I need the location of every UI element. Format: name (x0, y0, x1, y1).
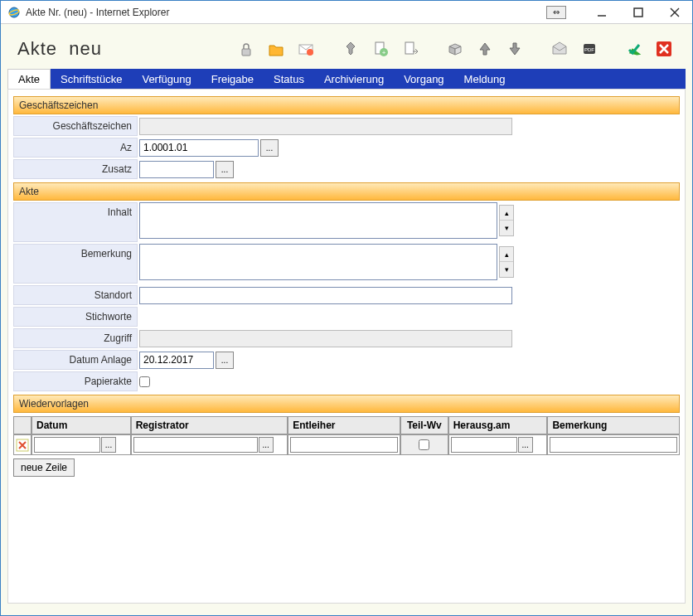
tab-meldung[interactable]: Meldung (454, 69, 516, 89)
ie-icon (7, 6, 21, 19)
row-herausg-field[interactable] (451, 437, 517, 453)
row-registrator-field[interactable] (133, 437, 258, 453)
scroll-down-icon[interactable]: ▾ (500, 221, 513, 235)
tab-archivierung[interactable]: Archivierung (314, 69, 394, 89)
mail-icon[interactable] (294, 37, 317, 61)
label-datum-anlage: Datum Anlage (13, 350, 138, 370)
az-field[interactable] (139, 139, 259, 157)
geschaeftszeichen-field (139, 118, 512, 135)
page-title-a: Akte (17, 38, 57, 59)
label-stichworte: Stichworte (13, 307, 138, 327)
svg-rect-6 (242, 49, 250, 56)
grid-header-datum: Datum (32, 416, 131, 434)
svg-text:+: + (382, 49, 386, 56)
label-zusatz: Zusatz (13, 159, 138, 179)
row-herausg-lookup[interactable]: ... (518, 437, 533, 453)
inhalt-field[interactable] (139, 202, 497, 239)
close-button[interactable] (664, 4, 686, 21)
toolbar-spacer (608, 37, 616, 61)
document-send-icon[interactable] (399, 37, 422, 61)
svg-rect-12 (405, 42, 414, 54)
datum-anlage-lookup-button[interactable]: ... (216, 352, 234, 369)
bemerkung-field[interactable] (139, 244, 497, 280)
table-row: ... ... ... (13, 434, 680, 455)
grid-header-actions (13, 416, 32, 434)
label-standort: Standort (13, 285, 138, 305)
label-az: Az (13, 138, 138, 158)
tab-verfuegung[interactable]: Verfügung (132, 69, 201, 89)
wiedervorlagen-grid: Datum Registrator Entleiher Teil-Wv Hera… (13, 416, 680, 455)
datum-anlage-field[interactable] (139, 352, 214, 369)
svg-text:PDF: PDF (584, 47, 594, 52)
row-datum-field[interactable] (34, 437, 100, 453)
maximize-button[interactable] (628, 4, 649, 21)
label-zugriff: Zugriff (13, 328, 138, 348)
grid-header-bemerkung: Bemerkung (547, 416, 680, 434)
grid-header: Datum Registrator Entleiher Teil-Wv Hera… (13, 416, 680, 434)
section-wiedervorlagen: Wiedervorlagen (13, 395, 680, 413)
toolbar-spacer (324, 37, 332, 61)
content-area: Akte neu + PDF (1, 24, 692, 615)
section-akte: Akte (13, 182, 680, 201)
check-icon[interactable] (623, 37, 646, 61)
window-title: Akte Nr. (neu) - Internet Explorer (26, 7, 546, 18)
grid-header-registrator: Registrator (131, 416, 288, 434)
grid-header-herausg: Herausg.am (448, 416, 548, 434)
scroll-up-icon[interactable]: ▴ (500, 247, 513, 262)
header-row: Akte neu + PDF (7, 31, 686, 69)
scroll-down-icon[interactable]: ▾ (500, 262, 513, 277)
arrow-down-icon[interactable] (503, 37, 526, 61)
label-papierakte: Papierakte (13, 371, 138, 391)
row-teilwv-checkbox[interactable] (419, 439, 429, 450)
label-geschaeftszeichen: Geschäftszeichen (13, 116, 138, 136)
arrow-up-icon[interactable] (473, 37, 497, 61)
grid-header-entleiher: Entleiher (288, 416, 400, 434)
scroll-up-icon[interactable]: ▴ (500, 206, 513, 221)
grid-header-teilwv: Teil-Wv (400, 416, 448, 434)
inhalt-scroll: ▴ ▾ (499, 205, 514, 236)
label-bemerkung: Bemerkung (13, 244, 138, 284)
zusatz-lookup-button[interactable]: ... (216, 161, 234, 178)
new-row-button[interactable]: neue Zeile (13, 458, 75, 477)
svg-point-8 (307, 49, 313, 56)
page-title-b: neu (69, 38, 102, 59)
toolbar-spacer (533, 37, 541, 61)
window-controls (591, 4, 686, 21)
zugriff-field (139, 330, 512, 347)
main-panel: Geschäftszeichen Geschäftszeichen Az ...… (7, 89, 686, 604)
delete-row-icon[interactable] (16, 439, 29, 452)
tabs: Akte Schriftstücke Verfügung Freigabe St… (7, 69, 686, 89)
az-lookup-button[interactable]: ... (260, 139, 279, 157)
tab-schriftstuecke[interactable]: Schriftstücke (51, 69, 132, 89)
row-entleiher-field[interactable] (290, 437, 398, 453)
close-icon[interactable] (652, 37, 676, 61)
titlebar: Akte Nr. (neu) - Internet Explorer ⇔ (1, 1, 692, 24)
toolbar-spacer (429, 37, 437, 61)
section-geschaeftszeichen: Geschäftszeichen (13, 96, 680, 114)
page-title: Akte neu (17, 38, 235, 60)
box-icon[interactable] (443, 37, 467, 61)
app-window: Akte Nr. (neu) - Internet Explorer ⇔ Akt… (0, 0, 693, 616)
label-inhalt: Inhalt (13, 202, 138, 242)
row-bemerkung-field[interactable] (550, 437, 677, 453)
lock-icon[interactable] (235, 37, 258, 61)
row-registrator-lookup[interactable]: ... (259, 437, 274, 453)
tab-status[interactable]: Status (264, 69, 314, 89)
envelope-icon[interactable] (548, 37, 571, 61)
expand-both-icon[interactable]: ⇔ (546, 6, 566, 19)
minimize-button[interactable] (591, 4, 613, 21)
zusatz-field[interactable] (139, 161, 214, 178)
papierakte-checkbox[interactable] (139, 376, 150, 387)
folder-icon[interactable] (264, 37, 288, 61)
toolbar: + PDF (235, 37, 676, 61)
tab-vorgang[interactable]: Vorgang (394, 69, 453, 89)
pdf-icon[interactable]: PDF (578, 37, 601, 61)
standort-field[interactable] (139, 287, 512, 304)
document-add-icon[interactable]: + (369, 37, 392, 61)
svg-rect-3 (634, 8, 642, 17)
tab-akte[interactable]: Akte (7, 69, 51, 89)
pin-icon[interactable] (339, 37, 362, 61)
tab-freigabe[interactable]: Freigabe (201, 69, 264, 89)
row-datum-lookup[interactable]: ... (101, 437, 116, 453)
bemerkung-scroll: ▴ ▾ (499, 246, 514, 278)
